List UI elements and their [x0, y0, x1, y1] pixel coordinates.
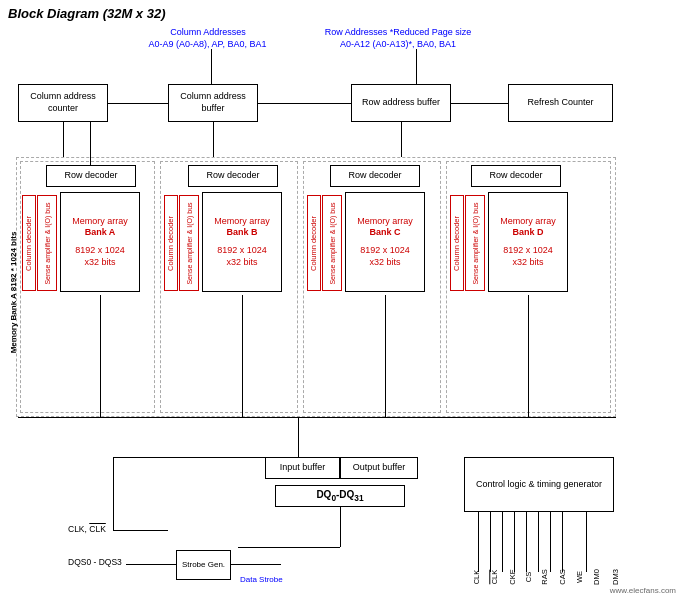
v-dm0 — [562, 512, 563, 572]
watermark: www.elecfans.com — [610, 586, 676, 595]
clk-label: CLK, CLK — [68, 524, 106, 534]
sense-amp-a: Sense amplifier & I(O) bus — [37, 195, 57, 291]
row-decoder-d: Row decoder — [471, 165, 561, 187]
v-bus-b — [242, 295, 243, 417]
col-addr-counter-box: Column address counter — [18, 84, 108, 122]
v-cs — [514, 512, 515, 572]
dq-label: DQ0-DQ31 — [316, 488, 363, 504]
v-clk-line — [113, 457, 114, 530]
memory-array-b: Memory array Bank B 8192 x 1024 x32 bits — [202, 192, 282, 292]
h-strobe — [231, 564, 281, 565]
col-addr-detail: A0-A9 (A0-A8), AP, BA0, BA1 — [140, 39, 275, 49]
col-decoder-a: Column decoder — [22, 195, 36, 291]
col-decoder-b: Column decoder — [164, 195, 178, 291]
h-clk-line — [113, 530, 168, 531]
row-decoder-c: Row decoder — [330, 165, 420, 187]
v-cke — [502, 512, 503, 572]
h-bus-bottom — [18, 417, 616, 418]
memory-bank-a-label: Memory Bank A 8192 * 1024 bits — [8, 212, 20, 372]
v-line-rab — [401, 122, 402, 157]
v-bus-d — [528, 295, 529, 417]
memory-array-c: Memory array Bank C 8192 x 1024 x32 bits — [345, 192, 425, 292]
h-dqs-line — [126, 564, 176, 565]
col-decoder-d: Column decoder — [450, 195, 464, 291]
refresh-counter-box: Refresh Counter — [508, 84, 613, 122]
data-strobe-label: Data Strobe — [240, 575, 283, 584]
col-decoder-c: Column decoder — [307, 195, 321, 291]
col-addr-label: Column Addresses — [148, 27, 268, 37]
page-title: Block Diagram (32M x 32) — [8, 6, 680, 21]
v-clk1 — [478, 512, 479, 572]
v-dq-down — [340, 507, 341, 547]
h-line-1 — [108, 103, 168, 104]
diagram-area: Column Addresses A0-A9 (A0-A8), AP, BA0,… — [8, 27, 680, 597]
v-rd-a — [90, 122, 91, 165]
v-line-cab — [213, 122, 214, 157]
dq-box: DQ0-DQ31 — [275, 485, 405, 507]
page: Block Diagram (32M x 32) Column Addresse… — [0, 0, 688, 606]
ctrl-signal-labels: CLK CLK CKE CS RAS CAS WE DM0 DM3 — [466, 572, 596, 606]
row-decoder-b: Row decoder — [188, 165, 278, 187]
h-line-3 — [451, 103, 508, 104]
col-addr-buffer-box: Column address buffer — [168, 84, 258, 122]
row-addr-label: Row Addresses *Reduced Page size — [318, 27, 478, 37]
h-line-2 — [258, 103, 351, 104]
input-buffer-box: Input buffer — [265, 457, 340, 479]
v-to-buffers — [298, 417, 299, 462]
v-clk2 — [490, 512, 491, 572]
dqs-label: DQS0 - DQS3 — [68, 557, 122, 567]
row-addr-detail: A0-A12 (A0-A13)*, BA0, BA1 — [313, 39, 483, 49]
row-decoder-a: Row decoder — [46, 165, 136, 187]
h-rd-a — [90, 165, 91, 166]
sense-amp-d: Sense amplifier & I(O) bus — [465, 195, 485, 291]
control-logic-box: Control logic & timing generator — [464, 457, 614, 512]
h-dq-bottom — [238, 547, 340, 548]
v-we — [550, 512, 551, 572]
v-ras — [526, 512, 527, 572]
memory-array-d: Memory array Bank D 8192 x 1024 x32 bits — [488, 192, 568, 292]
sense-amp-c: Sense amplifier & I(O) bus — [322, 195, 342, 291]
v-bus-c — [385, 295, 386, 417]
memory-array-a: Memory array Bank A 8192 x 1024 x32 bits — [60, 192, 140, 292]
v-cas — [538, 512, 539, 572]
sense-amp-b: Sense amplifier & I(O) bus — [179, 195, 199, 291]
v-bus-a — [100, 295, 101, 417]
row-addr-buffer-box: Row address buffer — [351, 84, 451, 122]
output-buffer-box: Output buffer — [340, 457, 418, 479]
v-line-cac — [63, 122, 64, 157]
strobe-gen-box: Strobe Gen. — [176, 550, 231, 580]
row-arrow-v — [416, 49, 417, 84]
col-arrow-v — [211, 49, 212, 84]
v-dm3 — [586, 512, 587, 572]
h-clk-ctrl — [113, 457, 265, 458]
